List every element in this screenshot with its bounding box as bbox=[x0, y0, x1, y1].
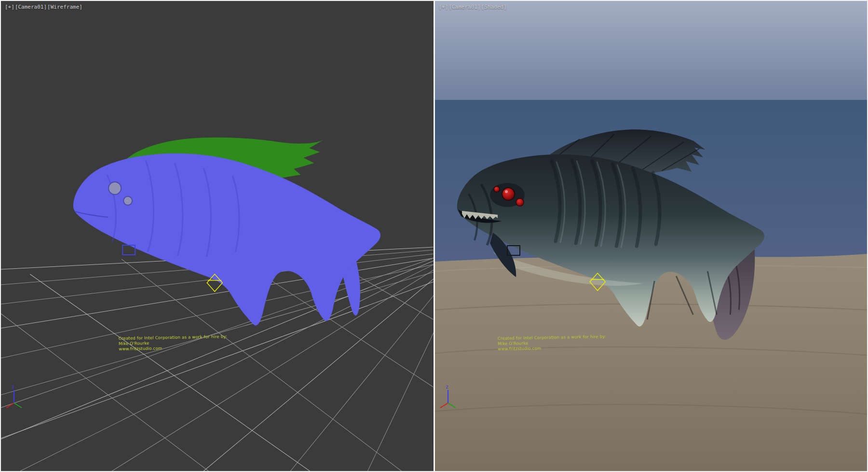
world-axis-tripod: z bbox=[6, 384, 22, 408]
viewport-menu-general[interactable]: [+] bbox=[439, 4, 448, 10]
scene-watermark: Created for Intel Corporation as a work … bbox=[497, 334, 606, 352]
viewport-menu-shading[interactable]: [Shaded] bbox=[481, 4, 507, 10]
sky bbox=[435, 1, 868, 100]
viewport-menu-pov[interactable]: [Camera01] bbox=[15, 4, 47, 10]
viewport-shaded[interactable]: [+][Camera01][Shaded] bbox=[435, 1, 868, 471]
scene-watermark: Created for Intel Corporation as a work … bbox=[119, 334, 228, 352]
fish-model-wireframe[interactable] bbox=[73, 138, 380, 326]
viewport-menu-pov[interactable]: [Camera01] bbox=[448, 4, 480, 10]
eye-tertiary bbox=[494, 186, 500, 192]
fish-body[interactable] bbox=[73, 153, 380, 326]
eye-small bbox=[123, 196, 132, 205]
viewport-menu-shading[interactable]: [Wireframe] bbox=[47, 4, 82, 10]
axis-z-label: z bbox=[446, 384, 448, 389]
viewport-label-bar: [+][Camera01][Wireframe] bbox=[5, 4, 83, 10]
viewport-menu-general[interactable]: [+] bbox=[5, 4, 14, 10]
eye-main bbox=[502, 188, 515, 200]
viewport-label-bar: [+][Camera01][Shaded] bbox=[439, 4, 507, 10]
viewport-canvas: [+][Camera01][Wireframe] bbox=[0, 0, 868, 472]
viewport-wireframe[interactable]: [+][Camera01][Wireframe] bbox=[1, 1, 434, 471]
eye-secondary bbox=[516, 198, 524, 206]
eye bbox=[108, 182, 121, 194]
axis-z-label: z bbox=[12, 384, 14, 389]
eye-highlight bbox=[505, 190, 508, 193]
